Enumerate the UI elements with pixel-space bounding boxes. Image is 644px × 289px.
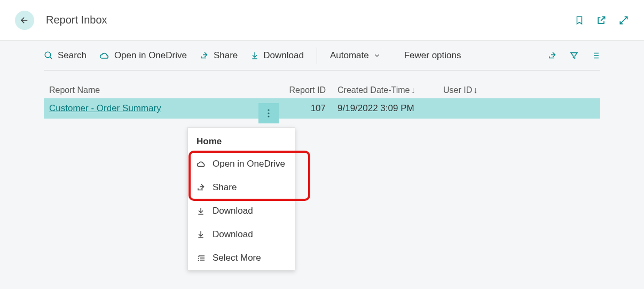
share-icon xyxy=(197,183,206,192)
more-vertical-icon xyxy=(268,109,270,118)
cloud-icon xyxy=(99,51,110,60)
download-icon xyxy=(197,230,206,239)
search-icon xyxy=(44,51,53,60)
automate-button[interactable]: Automate xyxy=(330,50,381,61)
onedrive-button[interactable]: Open in OneDrive xyxy=(99,50,187,61)
back-button[interactable] xyxy=(15,11,34,30)
report-name-link[interactable]: Customer - Order Summary xyxy=(49,103,161,114)
list-button[interactable] xyxy=(591,51,600,60)
list-check-icon xyxy=(197,254,206,262)
fewer-label: Fewer options xyxy=(404,50,461,61)
column-id[interactable]: Report ID xyxy=(279,85,326,95)
popout-icon xyxy=(596,15,607,26)
menu-share[interactable]: Share xyxy=(188,176,295,199)
context-menu: Home Open in OneDrive Share Download Dow… xyxy=(187,127,295,270)
filter-icon xyxy=(569,51,579,60)
search-label: Search xyxy=(58,50,87,61)
menu-download-2[interactable]: Download xyxy=(188,223,295,246)
popout-button[interactable] xyxy=(596,15,607,26)
search-button[interactable]: Search xyxy=(44,50,87,61)
download-label: Download xyxy=(263,50,304,61)
chevron-down-icon xyxy=(373,52,381,59)
column-user[interactable]: User ID↓ xyxy=(431,85,496,95)
page-title: Report Inbox xyxy=(46,14,575,26)
menu-label: Share xyxy=(213,182,237,193)
onedrive-label: Open in OneDrive xyxy=(114,50,187,61)
expand-button[interactable] xyxy=(618,15,629,26)
menu-label: Open in OneDrive xyxy=(213,159,285,169)
row-more-button[interactable] xyxy=(258,103,279,123)
bookmark-button[interactable] xyxy=(575,15,584,26)
share-icon xyxy=(200,51,209,60)
menu-title: Home xyxy=(188,128,295,152)
report-id: 107 xyxy=(279,103,326,114)
share-button[interactable]: Share xyxy=(200,50,238,61)
toolbar: Search Open in OneDrive Share Download A… xyxy=(44,41,600,71)
list-icon xyxy=(591,51,600,60)
svg-point-3 xyxy=(268,115,269,117)
report-date: 9/19/2022 3:09 PM xyxy=(326,103,431,114)
download-icon xyxy=(250,51,259,60)
menu-select-more[interactable]: Select More xyxy=(188,246,295,270)
menu-label: Select More xyxy=(213,253,261,263)
separator xyxy=(317,48,317,64)
expand-icon xyxy=(618,15,629,26)
filter-button[interactable] xyxy=(569,51,579,60)
share-icon xyxy=(548,51,557,60)
download-icon xyxy=(197,206,206,216)
fewer-options-button[interactable]: Fewer options xyxy=(404,50,461,61)
menu-download-1[interactable]: Download xyxy=(188,199,295,223)
table-header: Report Name Report ID Created Date-Time↓… xyxy=(44,71,600,98)
bookmark-icon xyxy=(575,15,584,26)
svg-point-2 xyxy=(268,112,269,114)
share-label: Share xyxy=(214,50,238,61)
svg-point-1 xyxy=(268,109,269,111)
menu-label: Download xyxy=(213,229,253,240)
column-name[interactable]: Report Name xyxy=(44,85,279,95)
menu-open-onedrive[interactable]: Open in OneDrive xyxy=(188,152,295,176)
sort-down-icon: ↓ xyxy=(411,85,415,95)
share-page-button[interactable] xyxy=(548,51,557,60)
sort-down-icon: ↓ xyxy=(473,85,477,95)
table-row[interactable]: Customer - Order Summary 107 9/19/2022 3… xyxy=(44,98,600,119)
cloud-icon xyxy=(197,160,206,168)
menu-label: Download xyxy=(213,206,253,216)
arrow-left-icon xyxy=(20,15,29,25)
svg-point-0 xyxy=(45,52,51,58)
column-date[interactable]: Created Date-Time↓ xyxy=(326,85,431,95)
automate-label: Automate xyxy=(330,50,369,61)
download-button[interactable]: Download xyxy=(250,50,304,61)
